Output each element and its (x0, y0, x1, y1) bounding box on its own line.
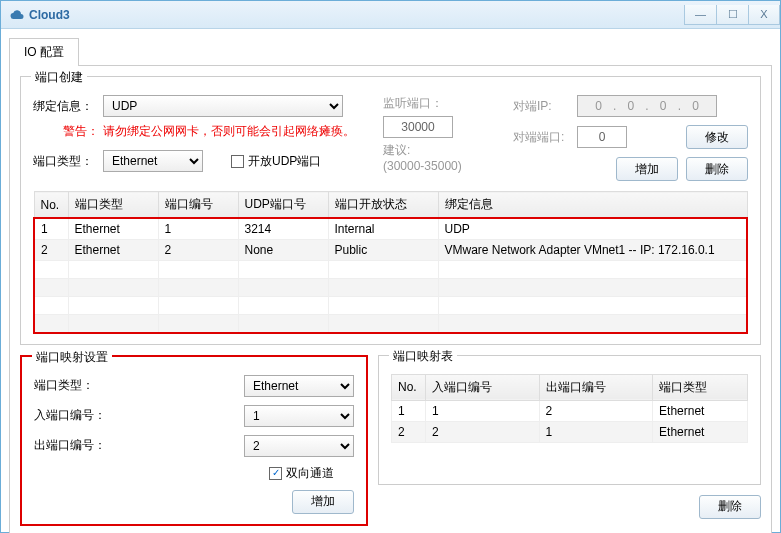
table-row[interactable]: 1Ethernet13214InternalUDP (34, 218, 747, 240)
open-udp-checkbox[interactable] (231, 155, 244, 168)
warning-label: 警告： (33, 123, 103, 140)
bidi-label: 双向通道 (286, 465, 334, 482)
bottom-row: 端口映射设置 端口类型： Ethernet 入端口编号： 1 出端口编号： (20, 355, 761, 534)
map-table: No. 入端口编号 出端口编号 端口类型 112Ethernet 221Ethe… (391, 374, 748, 443)
peer-port-label: 对端端口: (513, 129, 577, 146)
port-type-select[interactable]: Ethernet (103, 150, 203, 172)
col-no: No. (34, 192, 68, 219)
app-window: Cloud3 — ☐ X IO 配置 端口创建 绑定信息： UDP (0, 0, 781, 533)
close-button[interactable]: X (748, 5, 780, 25)
suggest-range: (30000-35000) (383, 159, 462, 173)
modify-button[interactable]: 修改 (686, 125, 748, 149)
map-settings-group: 端口映射设置 端口类型： Ethernet 入端口编号： 1 出端口编号： (20, 355, 368, 526)
col-num: 端口编号 (158, 192, 238, 219)
table-row[interactable]: 221Ethernet (392, 421, 748, 442)
col-type: 端口类型 (68, 192, 158, 219)
map-porttype-label: 端口类型： (34, 377, 124, 394)
delete-port-button[interactable]: 删除 (686, 157, 748, 181)
map-in-label: 入端口编号： (34, 407, 124, 424)
map-porttype-select[interactable]: Ethernet (244, 375, 354, 397)
map-table-group: 端口映射表 No. 入端口编号 出端口编号 端口类型 112Ethernet 2… (378, 355, 761, 485)
map-settings-legend: 端口映射设置 (32, 349, 112, 366)
table-row[interactable]: 112Ethernet (392, 400, 748, 421)
tab-body: 端口创建 绑定信息： UDP 警告： 请勿绑定公网网卡，否则可能会引起网络瘫痪。 (9, 65, 772, 533)
titlebar: Cloud3 — ☐ X (1, 1, 780, 29)
map-delete-button[interactable]: 删除 (699, 495, 761, 519)
add-port-button[interactable]: 增加 (616, 157, 678, 181)
window-controls: — ☐ X (684, 5, 780, 25)
listen-port-label: 监听端口： (383, 95, 443, 112)
suggest-label: 建议: (383, 142, 410, 159)
content-area: IO 配置 端口创建 绑定信息： UDP 警告： 请勿绑定公网网卡，否则可能会引 (1, 29, 780, 533)
tab-io-config[interactable]: IO 配置 (9, 38, 79, 66)
port-table-body: 1Ethernet13214InternalUDP 2Ethernet2None… (34, 218, 747, 333)
port-create-legend: 端口创建 (31, 69, 87, 86)
bind-info-select[interactable]: UDP (103, 95, 343, 117)
map-in-select[interactable]: 1 (244, 405, 354, 427)
bind-info-label: 绑定信息： (33, 98, 103, 115)
col-bind: 绑定信息 (438, 192, 747, 219)
bidi-checkbox[interactable] (269, 467, 282, 480)
map-add-button[interactable]: 增加 (292, 490, 354, 514)
port-create-top: 绑定信息： UDP 警告： 请勿绑定公网网卡，否则可能会引起网络瘫痪。 端口类型… (33, 95, 748, 181)
table-row[interactable]: 2Ethernet2NonePublicVMware Network Adapt… (34, 240, 747, 261)
map-table-legend: 端口映射表 (389, 348, 457, 365)
open-udp-label: 开放UDP端口 (248, 153, 321, 170)
warning-text: 请勿绑定公网网卡，否则可能会引起网络瘫痪。 (103, 123, 355, 140)
maximize-button[interactable]: ☐ (716, 5, 748, 25)
peer-ip-input[interactable]: 0. 0. 0. 0 (577, 95, 717, 117)
peer-ip-label: 对端IP: (513, 98, 577, 115)
col-open: 端口开放状态 (328, 192, 438, 219)
listen-port-input[interactable] (383, 116, 453, 138)
peer-port-input[interactable] (577, 126, 627, 148)
window-title: Cloud3 (29, 8, 684, 22)
app-icon (9, 7, 25, 23)
map-out-select[interactable]: 2 (244, 435, 354, 457)
port-create-group: 端口创建 绑定信息： UDP 警告： 请勿绑定公网网卡，否则可能会引起网络瘫痪。 (20, 76, 761, 345)
map-table-wrap: 端口映射表 No. 入端口编号 出端口编号 端口类型 112Ethernet 2… (378, 355, 761, 534)
tab-strip: IO 配置 (9, 37, 772, 65)
map-out-label: 出端口编号： (34, 437, 124, 454)
col-udp: UDP端口号 (238, 192, 328, 219)
port-table: No. 端口类型 端口编号 UDP端口号 端口开放状态 绑定信息 1Ethern… (33, 191, 748, 334)
minimize-button[interactable]: — (684, 5, 716, 25)
port-type-label: 端口类型： (33, 153, 103, 170)
